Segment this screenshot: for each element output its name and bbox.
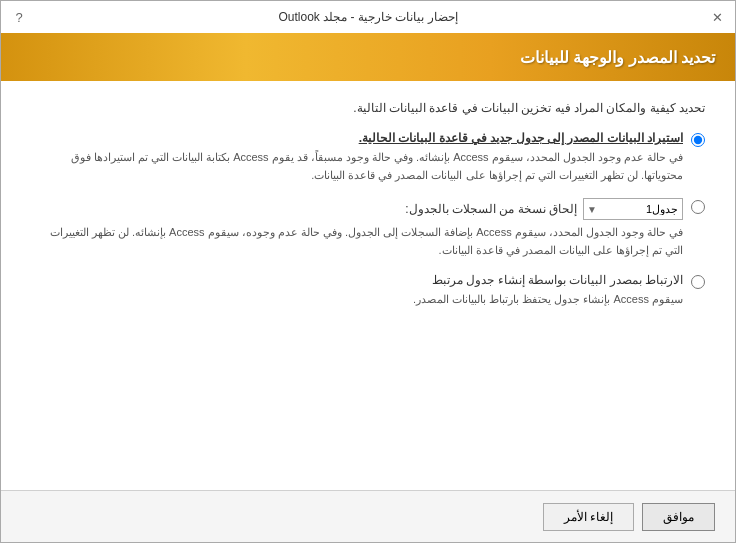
option2-label[interactable]: إلحاق نسخة من السجلات بالجدول:: [405, 202, 577, 216]
help-button[interactable]: ?: [9, 7, 29, 27]
titlebar-right: ?: [9, 7, 29, 27]
option3-label[interactable]: الارتباط بمصدر البيانات بواسطة إنشاء جدو…: [31, 273, 683, 287]
option3-item: الارتباط بمصدر البيانات بواسطة إنشاء جدو…: [31, 273, 705, 309]
footer: موافق إلغاء الأمر: [1, 490, 735, 542]
option1-content: استيراد البيانات المصدر إلى جدول جديد في…: [31, 131, 683, 184]
table-dropdown[interactable]: جدول1: [583, 198, 683, 220]
option2-radio[interactable]: [691, 200, 705, 214]
option1-radio[interactable]: [691, 133, 705, 147]
option1-desc: في حالة عدم وجود الجدول المحدد، سيقوم Ac…: [31, 149, 683, 184]
titlebar: ✕ إحضار بيانات خارجية - مجلد Outlook ?: [1, 1, 735, 33]
titlebar-buttons: ✕: [707, 7, 727, 27]
option3-desc: سيقوم Access بإنشاء جدول يحتفظ بارتباط ب…: [31, 291, 683, 309]
header-banner: تحديد المصدر والوجهة للبيانات: [1, 33, 735, 81]
table-dropdown-wrapper: جدول1 ▼: [583, 198, 683, 220]
main-window: ✕ إحضار بيانات خارجية - مجلد Outlook ? ت…: [0, 0, 736, 543]
option-group: استيراد البيانات المصدر إلى جدول جديد في…: [31, 131, 705, 480]
option2-row: جدول1 ▼ إلحاق نسخة من السجلات بالجدول:: [31, 198, 683, 220]
option1-item: استيراد البيانات المصدر إلى جدول جديد في…: [31, 131, 705, 184]
header-title: تحديد المصدر والوجهة للبيانات: [520, 48, 715, 67]
window-title: إحضار بيانات خارجية - مجلد Outlook: [29, 10, 707, 24]
option3-content: الارتباط بمصدر البيانات بواسطة إنشاء جدو…: [31, 273, 683, 309]
option2-desc: في حالة وجود الجدول المحدد، سيقوم Access…: [31, 224, 683, 259]
option2-item: جدول1 ▼ إلحاق نسخة من السجلات بالجدول: ف…: [31, 198, 705, 259]
ok-button[interactable]: موافق: [642, 503, 715, 531]
cancel-button[interactable]: إلغاء الأمر: [543, 503, 634, 531]
close-button[interactable]: ✕: [707, 7, 727, 27]
content-area: تحديد كيفية والمكان المراد فيه تخزين الب…: [1, 81, 735, 490]
option3-radio[interactable]: [691, 275, 705, 289]
option2-content: جدول1 ▼ إلحاق نسخة من السجلات بالجدول: ف…: [31, 198, 683, 259]
intro-text: تحديد كيفية والمكان المراد فيه تخزين الب…: [31, 101, 705, 115]
option1-label[interactable]: استيراد البيانات المصدر إلى جدول جديد في…: [31, 131, 683, 145]
